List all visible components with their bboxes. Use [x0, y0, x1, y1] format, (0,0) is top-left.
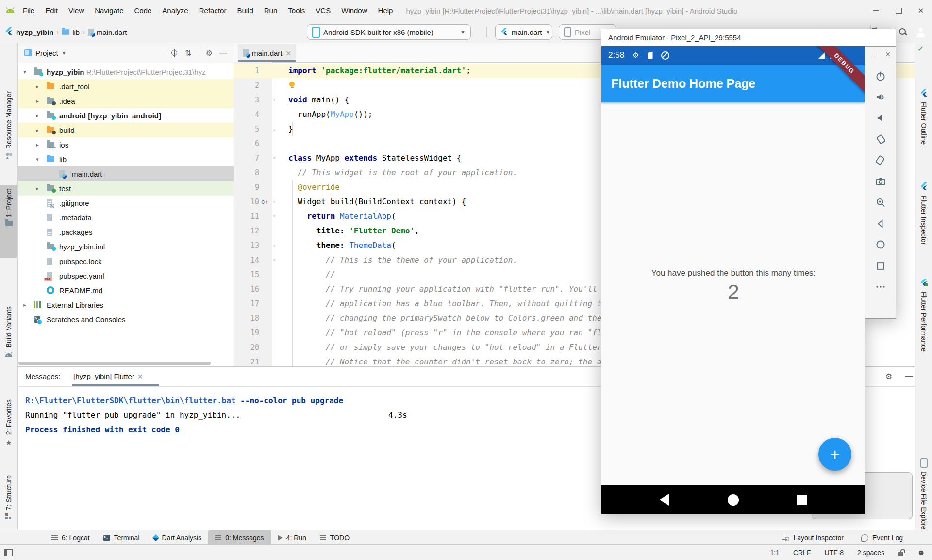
- nav-overview-button[interactable]: [797, 495, 807, 505]
- fold-open-icon[interactable]: ▿: [273, 195, 276, 209]
- more-button[interactable]: [872, 278, 889, 296]
- tree-item-main-dart[interactable]: main.dart: [17, 166, 234, 181]
- menu-run[interactable]: Run: [259, 0, 283, 21]
- run-config-selector[interactable]: main.dart ▼: [495, 24, 552, 40]
- emulator-title-bar[interactable]: Android Emulator - Pixel_2_API_29:5554: [601, 29, 896, 46]
- locate-file-icon[interactable]: [170, 49, 178, 57]
- tree-item-hyzp-yibin-iml[interactable]: hyzp_yibin.iml: [17, 239, 234, 254]
- sidebar-item-flutter-performance[interactable]: Flutter Performance: [915, 279, 932, 399]
- camera-button[interactable]: [872, 173, 889, 190]
- toolwindow-6-logcat[interactable]: 6: Logcat: [45, 530, 97, 545]
- tree-item-dart-tool[interactable]: ▸.dart_tool: [17, 79, 234, 94]
- sidebar-item-2-favorites[interactable]: 2: Favorites★: [0, 399, 17, 472]
- fold-open-icon[interactable]: ▿: [273, 238, 276, 253]
- sidebar-item-1-project[interactable]: 1: Project: [0, 185, 17, 258]
- sidebar-item-flutter-outline[interactable]: Flutter Outline: [915, 89, 932, 172]
- menu-refactor[interactable]: Refactor: [194, 0, 232, 21]
- nav-home-button[interactable]: [728, 494, 739, 506]
- breadcrumb-file[interactable]: main.dart: [97, 28, 127, 36]
- tree-item-hyzp-yibin[interactable]: ▾hyzp_yibin R:\FlutterProject\FlutterPro…: [17, 65, 234, 79]
- horizontal-scrollbar[interactable]: [18, 362, 211, 365]
- power-button[interactable]: [872, 67, 889, 84]
- menu-help[interactable]: Help: [373, 0, 399, 21]
- status-crlf[interactable]: CRLF: [793, 549, 811, 557]
- volume-up-button[interactable]: [872, 88, 889, 106]
- tree-item-external-libraries[interactable]: ▸External Libraries: [17, 297, 234, 312]
- rotate-left-button[interactable]: [872, 131, 889, 148]
- tree-item-ios[interactable]: ▸ios: [17, 137, 234, 152]
- toolwindow-event-log[interactable]: Event Log: [854, 530, 910, 545]
- menu-file[interactable]: File: [17, 0, 40, 21]
- menu-analyze[interactable]: Analyze: [157, 0, 193, 21]
- hide-panel-icon[interactable]: —: [219, 49, 227, 57]
- gear-icon[interactable]: ⚙: [206, 49, 213, 58]
- tree-expand-arrow[interactable]: ▸: [34, 142, 41, 148]
- lock-icon[interactable]: [898, 552, 903, 556]
- rotate-right-button[interactable]: [872, 151, 889, 169]
- notifications-icon[interactable]: ☻: [917, 549, 925, 557]
- tree-collapse-arrow[interactable]: ▾: [34, 156, 41, 163]
- emulator-screen[interactable]: 2:58 ⚙ Flutter Demo Home Page DEBUG You …: [601, 46, 865, 514]
- sidebar-item-flutter-inspector[interactable]: Flutter Inspector: [915, 182, 932, 282]
- nav-back-button[interactable]: [660, 494, 669, 506]
- toolwindow-todo[interactable]: TODO: [313, 530, 356, 545]
- menu-vcs[interactable]: VCS: [310, 0, 336, 21]
- toolwindow-layout-inspector[interactable]: Layout Inspector: [775, 530, 850, 545]
- toolwindow-dart-analysis[interactable]: Dart Analysis: [147, 530, 209, 545]
- sidebar-item-build-variants[interactable]: Build Variants: [0, 306, 17, 385]
- tree-item-pubspec-yaml[interactable]: pubspec.yaml: [17, 268, 234, 283]
- tree-expand-arrow[interactable]: ▸: [34, 98, 41, 104]
- fab-increment-button[interactable]: +: [818, 438, 851, 471]
- close-tab-icon[interactable]: ✕: [286, 49, 292, 57]
- toolwindow-terminal[interactable]: Terminal: [97, 530, 147, 545]
- tree-collapse-arrow[interactable]: ▾: [21, 69, 28, 75]
- status-1-1[interactable]: 1:1: [770, 549, 779, 557]
- tree-expand-arrow[interactable]: ▸: [21, 302, 28, 308]
- tree-item-packages[interactable]: .packages: [17, 225, 234, 239]
- menu-navigate[interactable]: Navigate: [89, 0, 129, 21]
- breadcrumb-project[interactable]: hyzp_yibin: [16, 28, 54, 36]
- volume-down-button[interactable]: [872, 109, 889, 127]
- menu-tools[interactable]: Tools: [283, 0, 310, 21]
- tree-item-pubspec-lock[interactable]: pubspec.lock: [17, 254, 234, 268]
- intention-bulb-icon[interactable]: [289, 82, 295, 87]
- emulator-minimize-button[interactable]: —: [870, 50, 877, 58]
- fold-open-icon[interactable]: ▿: [273, 93, 276, 107]
- zoom-button[interactable]: [872, 194, 889, 211]
- status-2-spaces[interactable]: 2 spaces: [857, 549, 884, 557]
- minimize-panel-icon[interactable]: —: [905, 372, 913, 381]
- close-tab-icon[interactable]: ✕: [137, 373, 143, 380]
- home-button[interactable]: [872, 236, 889, 253]
- tree-item-readme-md[interactable]: README.md: [17, 283, 234, 297]
- menu-view[interactable]: View: [63, 0, 89, 21]
- fold-close-icon[interactable]: ▵: [273, 122, 276, 136]
- tree-expand-arrow[interactable]: ▸: [34, 127, 41, 133]
- project-panel-title[interactable]: Project: [35, 49, 58, 57]
- status-utf-8[interactable]: UTF-8: [824, 549, 844, 557]
- tree-item-metadata[interactable]: .metadata: [17, 210, 234, 225]
- maximize-button[interactable]: [887, 0, 910, 21]
- toolwindow-4-run[interactable]: 4: Run: [271, 530, 313, 545]
- back-button[interactable]: [872, 215, 889, 232]
- override-marker-icon[interactable]: o: [261, 195, 268, 209]
- messages-tab[interactable]: [hyzp_yibin] Flutter✕: [73, 372, 143, 380]
- tree-expand-arrow[interactable]: ▸: [34, 83, 41, 90]
- device-selector[interactable]: Android SDK built for x86 (mobile) ▼: [307, 24, 471, 40]
- menu-code[interactable]: Code: [129, 0, 157, 21]
- sidebar-item-resource-manager[interactable]: Resource Manager: [0, 91, 17, 180]
- tree-expand-arrow[interactable]: ▸: [34, 113, 41, 119]
- tree-item-android[interactable]: ▸android [hyzp_yibin_android]: [17, 108, 234, 123]
- close-button[interactable]: ✕: [910, 0, 932, 21]
- menu-edit[interactable]: Edit: [40, 0, 63, 21]
- fold-open-icon[interactable]: ▿: [273, 253, 276, 267]
- chevron-down-icon[interactable]: ▼: [62, 50, 67, 56]
- tree-item-lib[interactable]: ▾lib: [17, 152, 234, 166]
- tree-expand-arrow[interactable]: ▸: [34, 185, 41, 192]
- breadcrumb-lib[interactable]: lib: [72, 28, 80, 36]
- fold-open-icon[interactable]: ▿: [273, 151, 276, 165]
- minimize-button[interactable]: [865, 0, 887, 21]
- fold-open-icon[interactable]: ▿: [273, 209, 276, 224]
- tree-item-idea[interactable]: ▸.idea: [17, 94, 234, 108]
- overview-button[interactable]: [872, 257, 889, 275]
- tab-main-dart[interactable]: main.dart ✕: [238, 44, 296, 62]
